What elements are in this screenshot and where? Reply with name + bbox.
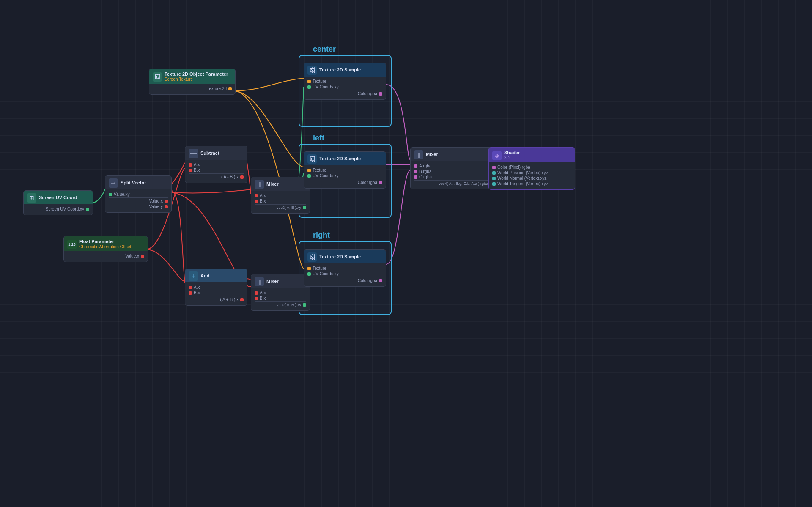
output-sub: ( A - B ).x (189, 175, 244, 179)
port-tr-uv-in[interactable] (307, 272, 311, 276)
port-add-ax-in[interactable] (189, 286, 192, 289)
node-title: Texture 2D Object Parameter (165, 71, 228, 77)
port-tl-color-out[interactable] (379, 181, 382, 184)
port-valuey-out[interactable] (165, 205, 168, 208)
output-vec2: vec2( A, B ).xy (255, 303, 306, 307)
output-float: Value.x (67, 254, 144, 258)
port-mr-bx-in[interactable] (255, 297, 258, 300)
port-sub-bx-in[interactable] (189, 169, 192, 172)
float-param-node[interactable]: 1.23 Float Parameter Chromatic Aberratio… (63, 236, 148, 262)
input-ax: A.x (255, 290, 306, 295)
port-tc-color-out[interactable] (379, 92, 382, 96)
input-valuexy: Value.xy (109, 192, 168, 197)
input-bx: B.x (189, 290, 244, 295)
port-tl-tex-in[interactable] (307, 169, 311, 172)
port-mf-c-in[interactable] (414, 175, 417, 179)
output-color: Color.rgba (307, 180, 382, 185)
texture-icon: 🖼 (307, 66, 317, 75)
mixer-center-node[interactable]: ||| Mixer A.x B.x vec2( A, B ).xy (251, 177, 310, 214)
port-texture2d-out[interactable] (228, 87, 232, 90)
node-title: Shader (504, 150, 520, 156)
mixer-icon: ||| (414, 150, 423, 159)
port-tr-tex-in[interactable] (307, 267, 311, 270)
input-ax: A.x (255, 193, 306, 198)
port-add-bx-in[interactable] (189, 291, 192, 295)
output-vec2: vec2( A, B ).xy (255, 206, 306, 210)
node-title: Float Parameter (79, 239, 131, 244)
shader-node[interactable]: ◈ Shader 3D Color (Pixel).rgba World Pos… (488, 147, 575, 190)
input-ax: A.x (189, 285, 244, 290)
tex2d-center-node[interactable]: 🖼 Texture 2D Sample Texture UV Coords.xy… (304, 63, 386, 100)
group-label-center: center (313, 45, 336, 54)
input-texture: Texture (307, 168, 382, 173)
input-world-pos: World Position (Vertex).xyz (492, 170, 571, 175)
port-tr-color-out[interactable] (379, 279, 382, 282)
tex2d-left-node[interactable]: 🖼 Texture 2D Sample Texture UV Coords.xy… (304, 151, 386, 189)
port-tl-uv-in[interactable] (307, 174, 311, 178)
subtract-node[interactable]: — Subtract A.x B.x ( A - B ).x (185, 146, 247, 183)
output-valuex: Value.x (109, 199, 168, 203)
port-mc-bx-in[interactable] (255, 200, 258, 203)
output-uvcoord: Screen UV Coord.xy (27, 207, 89, 211)
node-title: Texture 2D Sample (319, 67, 361, 73)
output-vec4: vec4( A.r, B.g, C.b, A.a ).rgba (414, 181, 493, 186)
split-icon: ↔ (109, 178, 118, 188)
node-title: Texture 2D Sample (319, 254, 361, 260)
output-color: Color.rgba (307, 278, 382, 283)
port-sh-pos-in[interactable] (492, 171, 496, 175)
input-a: A.rgba (414, 164, 493, 168)
mixer-right-node[interactable]: ||| Mixer A.x B.x vec2( A, B ).xy (251, 274, 310, 311)
node-title: Add (200, 273, 209, 279)
port-sh-normal-in[interactable] (492, 177, 496, 180)
port-sh-tangent-in[interactable] (492, 182, 496, 186)
group-label-left: left (313, 134, 324, 143)
input-uvcoords: UV Coords.xy (307, 271, 382, 276)
node-subtitle: 3D (504, 156, 520, 161)
node-title: Subtract (200, 151, 219, 156)
input-ax: A.x (189, 162, 244, 167)
split-vector-node[interactable]: ↔ Split Vector Value.xy Value.x Value.y (105, 175, 172, 213)
subtract-icon: — (189, 149, 198, 158)
texture-icon: 🖼 (307, 154, 317, 164)
port-mf-b-in[interactable] (414, 170, 417, 173)
port-valuexy-in[interactable] (109, 193, 112, 196)
input-texture: Texture (307, 266, 382, 271)
node-title: Mixer (266, 181, 279, 187)
mixer-icon: ||| (255, 180, 264, 189)
port-mc-out[interactable] (303, 206, 306, 209)
port-float-out[interactable] (141, 255, 144, 258)
port-valuex-out[interactable] (165, 200, 168, 203)
tex2d-right-node[interactable]: 🖼 Texture 2D Sample Texture UV Coords.xy… (304, 249, 386, 287)
port-sh-color-in[interactable] (492, 166, 496, 169)
output-add: ( A + B ).x (189, 297, 244, 302)
node-header: 🖼 Texture 2D Object Parameter Screen Tex… (149, 69, 235, 84)
node-title: Split Vector (121, 180, 146, 186)
port-uv-out[interactable] (86, 208, 89, 211)
shader-icon: ◈ (492, 151, 502, 160)
screen-uv-node[interactable]: ⊞ Screen UV Coord Screen UV Coord.xy (23, 190, 93, 215)
port-mr-ax-in[interactable] (255, 291, 258, 295)
port-add-out[interactable] (240, 298, 244, 301)
texture2d-param-node[interactable]: 🖼 Texture 2D Object Parameter Screen Tex… (149, 69, 236, 95)
port-tc-uv-in[interactable] (307, 85, 311, 89)
port-mr-out[interactable] (303, 303, 306, 307)
input-bx: B.x (255, 296, 306, 301)
mixer-icon: ||| (255, 277, 264, 286)
add-node[interactable]: + Add A.x B.x ( A + B ).x (185, 269, 247, 306)
node-title: Mixer (426, 152, 438, 157)
port-tc-tex-in[interactable] (307, 80, 311, 83)
mixer-final-node[interactable]: ||| Mixer A.rgba B.rgba C.rgba vec4( A.r… (410, 147, 497, 189)
texture-icon: 🖼 (307, 252, 317, 262)
node-subtitle: Screen Texture (165, 77, 228, 82)
port-mc-ax-in[interactable] (255, 194, 258, 197)
float-icon: 1.23 (67, 240, 77, 249)
output-texture2d: Texture.2d (153, 86, 232, 91)
group-label-right: right (313, 231, 330, 240)
input-uvcoords: UV Coords.xy (307, 85, 382, 89)
output-color: Color.rgba (307, 91, 382, 96)
port-mf-a-in[interactable] (414, 164, 417, 168)
uv-icon: ⊞ (27, 193, 36, 203)
port-sub-out[interactable] (240, 175, 244, 179)
output-valuey: Value.y (109, 204, 168, 209)
port-sub-ax-in[interactable] (189, 163, 192, 167)
